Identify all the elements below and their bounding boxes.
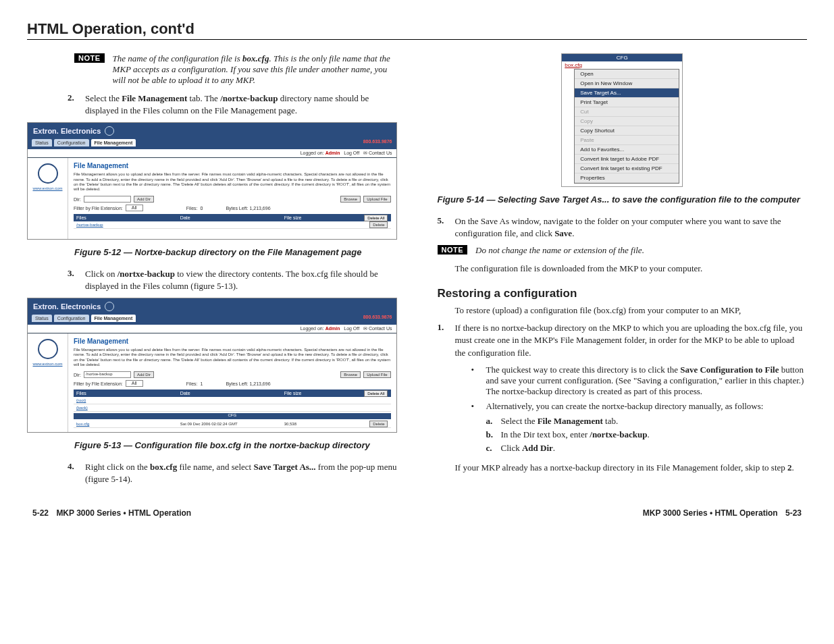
app-brand-header: Extron. Electronics <box>28 123 396 139</box>
filter-label: Filter by File Extension: <box>74 381 123 386</box>
files-label: Files: <box>186 381 198 386</box>
left-column: NOTE The name of the configuration file … <box>27 53 397 491</box>
phone-number: 800.633.9876 <box>363 315 392 322</box>
page-number-right: 5-23 <box>785 508 802 518</box>
step-text: Click on /nortxe-backup to view the dire… <box>85 268 397 292</box>
dir-input[interactable] <box>84 196 131 203</box>
bytes-left: Bytes Left: 1,213,696 <box>226 206 270 211</box>
bytes-left: Bytes Left: 1,213,696 <box>226 381 270 386</box>
step-number: 5. <box>438 215 455 240</box>
step-3: 3. Click on /nortxe-backup to view the d… <box>68 268 397 292</box>
sidebar-home-link[interactable]: www.extron.com <box>32 362 62 366</box>
filter-select[interactable]: All <box>126 205 143 211</box>
context-menu-item[interactable]: Add to Favorites... <box>575 145 679 155</box>
logo-icon <box>105 302 114 311</box>
bullet-item: • Alternatively, you can create the nort… <box>471 401 808 412</box>
root-link[interactable]: (root) <box>76 398 86 402</box>
context-menu-item[interactable]: Convert link target to Adobe PDF <box>575 155 679 164</box>
file-date: Sat 09 Dec 2006 02:02:24 GMT <box>178 421 282 427</box>
note-text: Do not change the name or extension of t… <box>475 245 644 256</box>
table-row-boxcfg: box.cfg Sat 09 Dec 2006 02:02:24 GMT 30,… <box>74 421 391 428</box>
logoff-link[interactable]: Log Off <box>344 151 359 155</box>
tab-file-management[interactable]: File Management <box>91 139 136 146</box>
file-size: 30,538 <box>282 421 353 427</box>
dir-input[interactable]: /nortxe-backup <box>84 371 131 378</box>
substep-c: c. Click Add Dir. <box>486 443 808 454</box>
substep-a: a. Select the File Management tab. <box>486 416 808 427</box>
footer-right: MKP 3000 Series • HTML Operation 5-23 <box>643 508 807 518</box>
col-date: Date <box>178 214 282 221</box>
panel-description: File Management allows you to upload and… <box>74 172 391 192</box>
bullet-text: Alternatively, you can create the nortxe… <box>486 401 764 412</box>
step-number: 3. <box>68 268 85 292</box>
step-5: 5. On the Save As window, navigate to th… <box>438 215 808 240</box>
context-menu-item[interactable]: Save Target As... <box>575 88 679 98</box>
two-column-layout: NOTE The name of the configuration file … <box>27 53 807 491</box>
file-table-header: Files Date File size Delete All <box>74 214 391 221</box>
step-4: 4. Right click on the box.cfg file name,… <box>68 461 397 485</box>
delete-all-button[interactable]: Delete All <box>364 390 388 397</box>
tab-status[interactable]: Status <box>32 315 52 322</box>
delete-button[interactable]: Delete <box>369 221 388 228</box>
sidebar-home-link[interactable]: www.extron.com <box>32 186 62 190</box>
contact-link[interactable]: Contact Us <box>369 151 392 155</box>
upload-file-button[interactable]: Upload File <box>363 196 390 203</box>
contact-link[interactable]: Contact Us <box>369 326 392 331</box>
logoff-link[interactable]: Log Off <box>344 326 359 331</box>
tab-configuration[interactable]: Configuration <box>54 315 89 322</box>
browse-button[interactable]: Browse <box>340 196 361 203</box>
context-menu-item: Paste <box>575 136 679 145</box>
delete-button[interactable]: Delete <box>369 421 388 427</box>
panel-description: File Management allows you to upload and… <box>74 348 391 367</box>
tab-status[interactable]: Status <box>32 139 52 146</box>
delete-all-button[interactable]: Delete All <box>364 215 388 221</box>
step-text: On the Save As window, navigate to the f… <box>455 215 808 240</box>
right-column: CFG box.cfg OpenOpen in New WindowSave T… <box>438 53 808 491</box>
upload-file-button[interactable]: Upload File <box>363 371 390 378</box>
context-menu-item[interactable]: Open <box>575 70 679 79</box>
context-menu-item[interactable]: Print Target <box>575 98 679 107</box>
note-text: The name of the configuration file is bo… <box>113 53 397 86</box>
context-menu-item[interactable]: Open in New Window <box>575 79 679 88</box>
running-title: MKP 3000 Series • HTML Operation <box>56 508 191 518</box>
note-badge: NOTE <box>74 53 105 63</box>
add-dir-button[interactable]: Add Dir <box>134 196 154 203</box>
note-box-1: NOTE The name of the configuration file … <box>74 53 397 86</box>
tab-bar: Status Configuration File Management 800… <box>28 315 396 325</box>
step-number: 2. <box>68 92 85 117</box>
context-menu-item[interactable]: Copy Shortcut <box>575 126 679 136</box>
filter-label: Filter by File Extension: <box>74 206 123 211</box>
figure-5-14-caption: Figure 5-14 — Selecting Save Target As..… <box>438 194 808 206</box>
body-paragraph: To restore (upload) a configuration file… <box>455 304 808 317</box>
table-row-root: (root) <box>74 397 391 404</box>
running-title: MKP 3000 Series • HTML Operation <box>643 508 778 518</box>
page-title: HTML Operation, cont'd <box>27 20 807 40</box>
file-type-band: CFG <box>562 54 682 61</box>
filter-select[interactable]: All <box>126 380 143 387</box>
sidebar: www.extron.com <box>28 333 68 432</box>
add-dir-button[interactable]: Add Dir <box>134 371 154 378</box>
extron-logo-icon <box>38 163 58 184</box>
tab-file-management[interactable]: File Management <box>91 315 136 322</box>
figure-5-14-screenshot: CFG box.cfg OpenOpen in New WindowSave T… <box>561 53 683 187</box>
context-menu-item[interactable]: Convert link target to existing PDF <box>575 164 679 173</box>
dir-link-nortxe-backup[interactable]: /nortxe-backup <box>76 223 103 227</box>
figure-5-12-caption: Figure 5-12 — Nortxe-backup directory on… <box>74 246 397 259</box>
step-text: Select the File Management tab. The /nor… <box>85 92 397 117</box>
app-brand-header: Extron. Electronics <box>28 298 396 315</box>
page-footers: 5-22 MKP 3000 Series • HTML Operation MK… <box>27 508 807 518</box>
context-menu-item[interactable]: Properties <box>575 173 679 183</box>
file-link-boxcfg[interactable]: box.cfg <box>76 422 89 426</box>
footer-left: 5-22 MKP 3000 Series • HTML Operation <box>27 508 191 518</box>
browse-button[interactable]: Browse <box>340 371 361 378</box>
top-login-bar: Logged on: Admin Log Off ✉ Contact Us <box>28 325 396 333</box>
bullet-item: • The quickest way to create this direct… <box>471 365 808 397</box>
figure-5-13-screenshot: Extron. Electronics Status Configuration… <box>27 298 397 433</box>
file-link-boxcfg[interactable]: box.cfg <box>562 61 682 69</box>
back-link[interactable]: (back) <box>76 406 88 410</box>
sidebar: www.extron.com <box>28 158 68 239</box>
page-number-left: 5-22 <box>32 508 49 518</box>
tab-configuration[interactable]: Configuration <box>54 139 89 146</box>
panel-title: File Management <box>74 338 391 345</box>
files-label: Files: <box>186 206 198 211</box>
